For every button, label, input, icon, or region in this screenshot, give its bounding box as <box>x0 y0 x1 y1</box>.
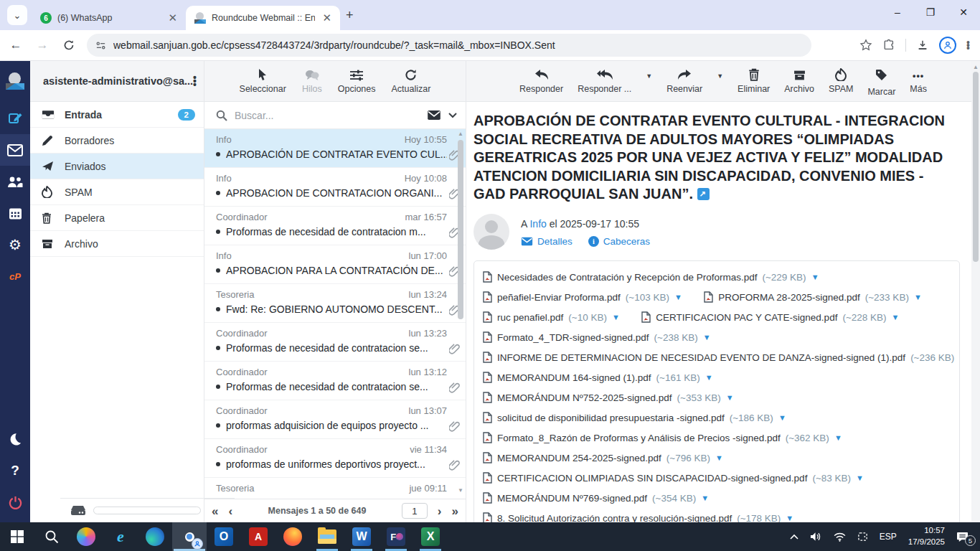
folder-spam[interactable]: SPAM <box>30 179 204 205</box>
message-row[interactable]: Coordinador vie 11:34 proformas de unifo… <box>204 439 466 478</box>
attachment-item[interactable]: MEMORANDUM 254-2025-signed.pdf (~796 KB)… <box>483 448 723 468</box>
tab-whatsapp[interactable]: 6 (6) WhatsApp ✕ <box>32 6 186 30</box>
message-row[interactable]: Info Hoy 10:08 APROBACION DE CONTRATACIO… <box>204 168 466 207</box>
folder-entrada[interactable]: Entrada 2 <box>30 102 204 128</box>
attachment-menu-caret-icon[interactable]: ▼ <box>811 273 819 281</box>
taskbar-word-button[interactable]: W <box>344 522 379 551</box>
downloads-icon[interactable] <box>916 39 929 52</box>
taskbar-search-button[interactable] <box>34 522 69 551</box>
message-row[interactable]: Tesoreria jue 09:11 <box>204 478 466 499</box>
taskbar-firefox-button[interactable] <box>275 522 310 551</box>
clock[interactable]: 10:57 17/9/2025 <box>908 525 945 547</box>
back-button[interactable]: ← <box>5 34 27 56</box>
wifi-icon[interactable] <box>834 532 846 542</box>
refresh-button[interactable]: Actualizar <box>392 67 431 94</box>
attachment-item[interactable]: MEMORANDUM 164-signed (1).pdf (~161 KB) … <box>483 367 713 387</box>
reload-button[interactable] <box>58 34 80 56</box>
message-row[interactable]: Coordinador mar 16:57 Proformas de neces… <box>204 207 466 245</box>
attachment-item[interactable]: INFORME DE DETERMINACION DE NECESIDAD EV… <box>483 347 960 367</box>
attachment-menu-caret-icon[interactable]: ▼ <box>726 393 734 402</box>
cpanel-icon[interactable]: cP <box>0 260 30 292</box>
taskbar-chrome-button[interactable] <box>172 522 207 551</box>
select-button[interactable]: Seleccionar <box>240 67 286 94</box>
mail-icon[interactable] <box>0 134 30 166</box>
attachment-menu-caret-icon[interactable]: ▼ <box>856 474 864 482</box>
attachment-menu-caret-icon[interactable]: ▼ <box>703 333 711 342</box>
taskbar-acrobat-button[interactable]: A <box>241 522 275 551</box>
attachment-item[interactable]: Formato_4_TDR-signed-signed.pdf (~238 KB… <box>483 327 711 347</box>
attachment-menu-caret-icon[interactable]: ▼ <box>715 453 723 462</box>
page-number-input[interactable] <box>402 503 428 519</box>
compose-icon[interactable] <box>0 103 30 134</box>
attachment-menu-caret-icon[interactable]: ▼ <box>705 373 713 382</box>
scrollbar-thumb[interactable] <box>458 140 463 319</box>
taskbar-copilot-button[interactable] <box>69 522 103 551</box>
minimize-button[interactable]: – <box>881 0 914 24</box>
search-input[interactable] <box>235 110 420 121</box>
mark-button[interactable]: Marcar <box>867 67 895 97</box>
next-page-button[interactable]: › <box>438 505 442 517</box>
extensions-icon[interactable] <box>882 39 895 52</box>
account-menu-icon[interactable]: ••• <box>193 76 197 87</box>
folder-enviados[interactable]: Enviados <box>30 154 204 179</box>
taskbar-excel-button[interactable]: X <box>413 522 448 551</box>
recipient-link[interactable]: Info <box>529 218 546 230</box>
external-link-icon[interactable] <box>697 188 710 200</box>
tray-chevron-icon[interactable] <box>790 534 798 540</box>
attachment-menu-caret-icon[interactable]: ▼ <box>892 313 900 321</box>
close-button[interactable]: ✕ <box>947 0 980 24</box>
attachment-menu-caret-icon[interactable]: ▼ <box>612 313 620 321</box>
calendar-icon[interactable] <box>0 197 30 229</box>
scrollbar-thumb[interactable] <box>973 72 979 262</box>
logout-icon[interactable] <box>0 486 30 518</box>
attachment-item[interactable]: Necesidades de Contratación y Recepción … <box>483 267 819 287</box>
forward-button[interactable]: → <box>32 34 53 56</box>
tab-roundcube[interactable]: Roundcube Webmail :: Enviados ✕ <box>186 6 340 30</box>
attachment-item[interactable]: peñafiel-Enviar Proforma.pdf (~103 KB) ▼ <box>483 287 682 307</box>
site-settings-icon[interactable] <box>95 40 106 51</box>
dark-mode-icon[interactable] <box>0 423 30 455</box>
tab-close-icon[interactable]: ✕ <box>166 11 179 24</box>
message-row[interactable]: Tesoreria lun 13:24 Fwd: Re: GOBIERNO AU… <box>204 284 466 323</box>
volume-icon[interactable] <box>810 532 822 542</box>
more-button[interactable]: ••• Más <box>910 67 927 94</box>
browser-menu-icon[interactable]: ••• <box>966 41 970 50</box>
help-icon[interactable]: ? <box>0 455 30 486</box>
folder-archivo[interactable]: Archivo <box>30 231 204 257</box>
message-row[interactable]: Info Hoy 10:55 APROBACIÓN DE CONTRATAR E… <box>204 129 466 168</box>
message-row[interactable]: Coordinador lun 13:12 Proformas de neces… <box>204 362 466 400</box>
forward-button[interactable]: Reenviar <box>666 67 702 94</box>
taskbar-file-explorer-button[interactable] <box>310 522 344 551</box>
attachment-item[interactable]: Formato_8_Razón de Proformas y Análisis … <box>483 428 842 448</box>
message-row[interactable]: Info lun 17:00 APROBACION PARA LA CONTRA… <box>204 245 466 284</box>
delete-button[interactable]: Eliminar <box>738 67 770 94</box>
attachment-menu-caret-icon[interactable]: ▼ <box>914 293 922 301</box>
profile-icon[interactable] <box>939 37 956 54</box>
tab-search-button[interactable]: ⌄ <box>7 5 27 25</box>
attachment-item[interactable]: CERTIFICACION OLIMPIADAS SIN DISCAPACIDA… <box>483 468 864 488</box>
contacts-icon[interactable] <box>0 166 30 197</box>
last-page-button[interactable]: » <box>452 505 458 517</box>
attachment-menu-caret-icon[interactable]: ▼ <box>834 433 842 442</box>
attachment-item[interactable]: ruc penafiel.pdf (~10 KB) ▼ <box>483 307 620 327</box>
attachment-item[interactable]: MEMORÁNDUM Nº769-signed.pdf (~354 KB) ▼ <box>483 488 709 508</box>
tab-close-icon[interactable]: ✕ <box>321 11 333 24</box>
first-page-button[interactable]: « <box>212 505 218 517</box>
reading-scrollbar[interactable]: ▲ <box>971 61 980 522</box>
device-icon[interactable] <box>857 532 868 542</box>
attachment-item[interactable]: CERTIFICACION PAC Y CATE-signed.pdf (~22… <box>641 307 899 327</box>
scroll-down-icon[interactable]: ▼ <box>457 487 464 494</box>
attachment-menu-caret-icon[interactable]: ▼ <box>786 514 793 522</box>
forward-caret-icon[interactable]: ▼ <box>717 72 723 80</box>
search-options-chevron-icon[interactable] <box>448 113 457 118</box>
start-button[interactable] <box>0 522 34 551</box>
attachment-menu-caret-icon[interactable]: ▼ <box>778 413 786 422</box>
taskbar-ie-button[interactable]: e <box>103 522 138 551</box>
search-scope-mail-icon[interactable] <box>427 110 441 121</box>
message-row[interactable]: Coordinador lun 13:07 proformas adquisic… <box>204 400 466 439</box>
language-indicator[interactable]: ESP <box>880 532 897 542</box>
attachment-menu-caret-icon[interactable]: ▼ <box>674 293 682 301</box>
headers-toggle[interactable]: i Cabeceras <box>588 236 650 247</box>
reply-all-caret-icon[interactable]: ▼ <box>646 72 652 80</box>
folder-borradores[interactable]: Borradores <box>30 128 204 154</box>
